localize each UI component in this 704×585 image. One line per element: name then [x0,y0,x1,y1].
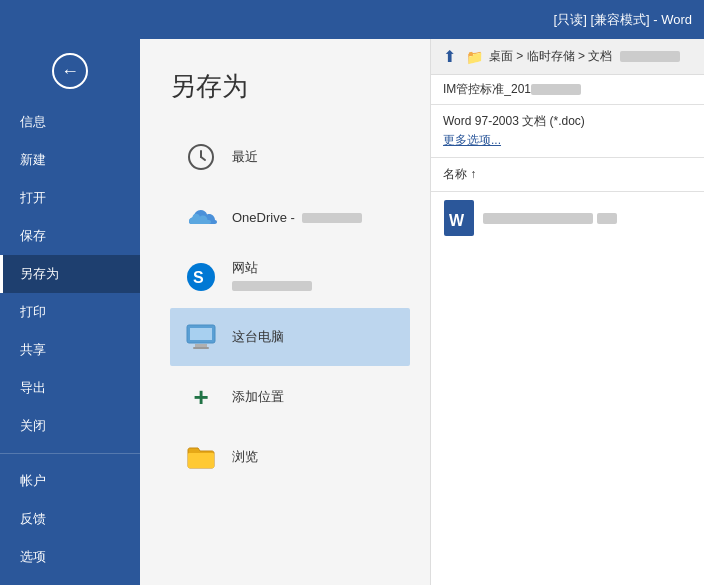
sidebar-item-share[interactable]: 共享 [0,331,140,369]
path-text: 桌面 > 临时存储 > 文档 [489,48,680,65]
file-path-bar: ⬆ 📁 桌面 > 临时存储 > 文档 [431,39,704,75]
sidebar: ← 信息 新建 打开 保存 另存为 打印 共享 导出 关闭 帐户 反馈 选项 [0,39,140,585]
svg-rect-7 [195,344,207,347]
location-browse[interactable]: 浏览 [170,428,410,486]
location-addlocation-label: 添加位置 [232,388,284,406]
more-options-link[interactable]: 更多选项... [443,132,692,149]
saveas-panel: 另存为 最近 [140,39,430,585]
sidebar-nav: 信息 新建 打开 保存 另存为 打印 共享 导出 关闭 帐户 反馈 选项 [0,103,140,585]
file-list-header: 名称 ↑ [431,158,704,192]
svg-line-2 [201,157,205,160]
filename-blurred [531,84,581,95]
saveas-title: 另存为 [170,69,410,104]
sidebar-item-print[interactable]: 打印 [0,293,140,331]
file-format-text: Word 97-2003 文档 (*.doc) [443,113,692,130]
file-suffix-blurred [597,213,617,224]
svg-text:W: W [449,212,465,229]
sidebar-divider [0,453,140,454]
sidebar-item-new[interactable]: 新建 [0,141,140,179]
sharepoint-blurred [232,281,312,291]
svg-rect-6 [190,328,212,340]
location-onedrive-label: OneDrive - [232,210,362,225]
sidebar-item-account[interactable]: 帐户 [0,462,140,500]
location-browse-label: 浏览 [232,448,258,466]
sidebar-bottom: 帐户 反馈 选项 [0,462,140,576]
file-list: W [431,192,704,585]
sidebar-item-options[interactable]: 选项 [0,538,140,576]
location-thispc[interactable]: 这台电脑 [170,308,410,366]
location-recent[interactable]: 最近 [170,128,410,186]
sidebar-item-saveas[interactable]: 另存为 [0,255,140,293]
svg-text:S: S [193,269,204,286]
path-blurred [620,51,680,62]
title-bar: [只读] [兼容模式] - Word [0,0,704,39]
location-onedrive[interactable]: OneDrive - [170,188,410,246]
back-button[interactable]: ← [0,39,140,103]
file-format-bar: Word 97-2003 文档 (*.doc) 更多选项... [431,105,704,158]
add-location-icon: + [182,378,220,416]
file-list-item[interactable]: W [431,196,704,240]
word-file-icon: W [443,202,475,234]
sidebar-item-close[interactable]: 关闭 [0,407,140,445]
main-area: ← 信息 新建 打开 保存 另存为 打印 共享 导出 关闭 帐户 反馈 选项 另… [0,39,704,585]
sharepoint-icon: S [182,258,220,296]
sidebar-item-open[interactable]: 打开 [0,179,140,217]
title-bar-text: [只读] [兼容模式] - Word [554,11,692,29]
location-sharepoint[interactable]: S 网站 [170,248,410,306]
filename-partial: IM管控标准_201 [443,81,692,98]
location-sharepoint-label: 网站 [232,259,312,295]
location-recent-label: 最近 [232,148,258,166]
svg-rect-8 [193,347,209,349]
back-arrow-icon: ← [52,53,88,89]
clock-icon [182,138,220,176]
file-panel: ⬆ 📁 桌面 > 临时存储 > 文档 IM管控标准_201 Word 97-20… [430,39,704,585]
onedrive-blurred [302,213,362,223]
sidebar-item-feedback[interactable]: 反馈 [0,500,140,538]
svg-rect-9 [188,453,214,468]
location-addlocation[interactable]: + 添加位置 [170,368,410,426]
path-up-arrow-icon[interactable]: ⬆ [443,47,456,66]
onedrive-icon [182,198,220,236]
location-thispc-label: 这台电脑 [232,328,284,346]
content-area: 另存为 最近 [140,39,704,585]
path-folder-icon: 📁 [466,49,483,65]
sidebar-item-save[interactable]: 保存 [0,217,140,255]
sidebar-item-export[interactable]: 导出 [0,369,140,407]
thispc-icon [182,318,220,356]
browse-folder-icon [182,438,220,476]
file-name-blurred [483,213,593,224]
sidebar-item-info[interactable]: 信息 [0,103,140,141]
filename-bar: IM管控标准_201 [431,75,704,105]
column-header-name: 名称 ↑ [443,166,476,183]
